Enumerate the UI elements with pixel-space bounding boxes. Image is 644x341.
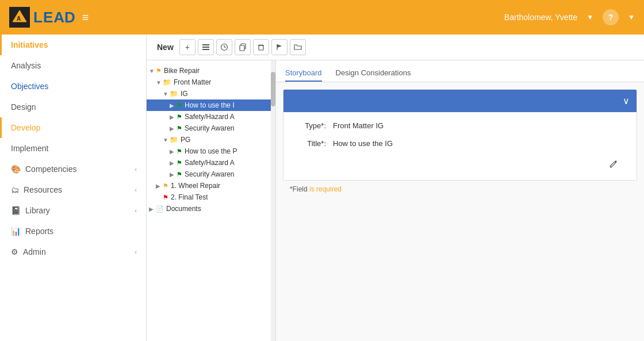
toggle-how-to-ig[interactable]: ▶: [170, 102, 177, 109]
sidebar-item-library[interactable]: 📓 Library ‹: [0, 200, 146, 221]
toolbar: New +: [147, 35, 644, 60]
tree-label-front-matter: Front Matter: [174, 78, 211, 86]
folder-icon-toolbar: [294, 43, 302, 51]
tab-design-considerations[interactable]: Design Considerations: [336, 65, 411, 82]
sidebar-item-design-label: Design: [11, 102, 36, 112]
admin-left: ⚙ Admin: [11, 247, 46, 256]
pencil-icon[interactable]: [609, 159, 618, 168]
toggle-bike-repair[interactable]: ▼: [149, 68, 156, 74]
main-layout: Initiatives Analysis Objectives Design D…: [0, 35, 644, 341]
svg-marker-15: [277, 44, 282, 48]
tree-item-documents[interactable]: ▶ 📄 Documents: [147, 203, 271, 214]
toggle-pg[interactable]: ▼: [163, 137, 170, 143]
competencies-left: 🎨 Competencies: [11, 164, 77, 174]
toggle-ig[interactable]: ▼: [163, 91, 170, 97]
toggle-documents[interactable]: ▶: [149, 206, 156, 212]
toggle-security-ig[interactable]: ▶: [170, 125, 177, 132]
sidebar-item-resources[interactable]: 🗂 Resources ‹: [0, 179, 146, 200]
sidebar-item-analysis-label: Analysis: [11, 61, 41, 70]
help-button[interactable]: ?: [603, 9, 619, 25]
list-view-button[interactable]: [198, 39, 214, 55]
svg-rect-3: [202, 47, 209, 48]
type-value: Front Matter IG: [333, 121, 384, 130]
logo-svg: A: [12, 9, 28, 25]
toggle-safety-pg[interactable]: ▶: [170, 160, 177, 166]
sidebar-item-implement[interactable]: Implement: [0, 138, 146, 159]
copy-button[interactable]: [235, 39, 251, 55]
detail-card-body: Type*: Front Matter IG Title*: How to us…: [283, 112, 637, 180]
tree-item-security-pg[interactable]: ▶ ⚑ Security Awaren: [147, 168, 271, 180]
svg-rect-9: [240, 45, 244, 51]
flag-green-icon-security-ig: ⚑: [177, 125, 182, 132]
tree-scrollbar[interactable]: [271, 60, 275, 341]
tree-label-safety-ig: Safety/Hazard A: [185, 113, 235, 121]
detail-card-header: ∨: [283, 90, 637, 112]
tree-label-how-to-ig: How to use the I: [185, 101, 235, 109]
tree-panel-wrapper: ▼ ⚑ Bike Repair ▼ 📁 Front Matter ▼ 📁: [147, 60, 276, 341]
tree-item-safety-pg[interactable]: ▶ ⚑ Safety/Hazard A: [147, 157, 271, 168]
sidebar-item-admin[interactable]: ⚙ Admin ‹: [0, 242, 146, 262]
new-button[interactable]: New: [154, 40, 177, 54]
flag-green-icon-security-pg: ⚑: [177, 171, 182, 178]
hamburger-menu[interactable]: ≡: [82, 11, 89, 24]
chevron-down-icon[interactable]: ∨: [623, 95, 630, 106]
tree-item-final-test[interactable]: ▶ ⚑ 2. Final Test: [147, 191, 271, 203]
folder-icon-front-matter: 📁: [163, 78, 171, 86]
toggle-safety-ig[interactable]: ▶: [170, 114, 177, 120]
tree-item-ig[interactable]: ▼ 📁 IG: [147, 88, 271, 99]
tree-item-how-to-ig[interactable]: ▶ ⚑ How to use the I: [147, 99, 271, 111]
sidebar-item-analysis[interactable]: Analysis: [0, 55, 146, 76]
reports-icon: 📊: [11, 227, 21, 236]
toggle-wheel-repair[interactable]: ▶: [156, 183, 163, 189]
sidebar-item-initiatives-label: Initiatives: [11, 40, 48, 49]
folder-button[interactable]: [290, 39, 306, 55]
toggle-front-matter[interactable]: ▼: [156, 79, 163, 86]
tree-item-safety-ig[interactable]: ▶ ⚑ Safety/Hazard A: [147, 111, 271, 122]
library-icon: 📓: [11, 206, 21, 215]
tree-item-wheel-repair[interactable]: ▶ ⚑ 1. Wheel Repair: [147, 180, 271, 191]
title-field: Title*: How to use the IG: [297, 139, 623, 148]
header-right: Bartholomew, Yvette ▼ ? ▼: [504, 9, 635, 25]
history-button[interactable]: [216, 39, 232, 55]
app-header: A LEAD ≡ Bartholomew, Yvette ▼ ? ▼: [0, 0, 644, 35]
tree-item-how-to-pg[interactable]: ▶ ⚑ How to use the P: [147, 145, 271, 157]
header-left: A LEAD ≡: [9, 7, 89, 28]
tree-label-security-ig: Security Awaren: [185, 124, 235, 132]
sidebar-item-initiatives[interactable]: Initiatives: [0, 35, 146, 55]
folder-icon-ig: 📁: [170, 90, 178, 98]
sidebar-item-reports-label: Reports: [25, 227, 53, 236]
sidebar-item-competencies[interactable]: 🎨 Competencies ‹: [0, 159, 146, 179]
sidebar-item-design[interactable]: Design: [0, 97, 146, 117]
tree-item-pg[interactable]: ▼ 📁 PG: [147, 134, 271, 145]
tree-item-front-matter[interactable]: ▼ 📁 Front Matter: [147, 76, 271, 88]
toggle-how-to-pg[interactable]: ▶: [170, 148, 177, 155]
sidebar-item-reports[interactable]: 📊 Reports: [0, 221, 146, 242]
resources-left: 🗂 Resources: [11, 185, 62, 194]
sidebar-item-library-label: Library: [25, 206, 50, 215]
flag-button[interactable]: [271, 39, 288, 55]
sidebar-item-objectives[interactable]: Objectives: [0, 76, 146, 97]
sidebar-item-develop-label: Develop: [11, 123, 40, 132]
user-name[interactable]: Bartholomew, Yvette: [504, 13, 577, 22]
tree-scrollbar-thumb[interactable]: [271, 72, 275, 106]
edit-icon-wrapper: [297, 157, 623, 171]
delete-button[interactable]: [253, 39, 269, 55]
library-left: 📓 Library: [11, 206, 50, 215]
copy-icon: [239, 43, 247, 51]
detail-card: ∨ Type*: Front Matter IG Title*: How to …: [283, 89, 637, 181]
title-label: Title*:: [297, 139, 326, 148]
sidebar-item-develop[interactable]: Develop: [0, 117, 146, 138]
add-button[interactable]: +: [179, 39, 195, 55]
type-field: Type*: Front Matter IG: [297, 121, 623, 130]
help-dropdown-icon[interactable]: ▼: [628, 13, 635, 21]
tab-storyboard[interactable]: Storyboard: [285, 65, 322, 82]
user-dropdown-icon[interactable]: ▼: [586, 13, 593, 21]
toggle-security-pg[interactable]: ▶: [170, 171, 177, 178]
library-chevron: ‹: [135, 207, 137, 214]
tree-label-wheel-repair: 1. Wheel Repair: [171, 182, 220, 190]
logo: A LEAD: [9, 7, 75, 28]
tree-item-bike-repair[interactable]: ▼ ⚑ Bike Repair: [147, 65, 271, 76]
tree-label-how-to-pg: How to use the P: [185, 147, 237, 155]
flag-green-icon-how-to-ig: ⚑: [177, 102, 182, 109]
tree-item-security-ig[interactable]: ▶ ⚑ Security Awaren: [147, 122, 271, 134]
